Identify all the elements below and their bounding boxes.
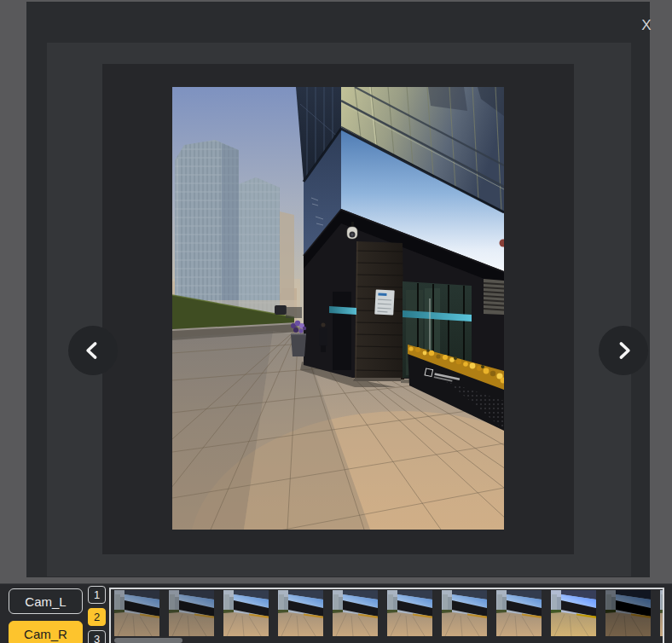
image-frame [102,64,574,554]
camera-select-button[interactable]: Cam_R [9,621,83,643]
thumbnail[interactable] [496,590,542,636]
thumbnail-list [111,589,663,636]
photo-sign-plaque [374,289,394,315]
chevron-right-icon [612,338,634,363]
close-icon[interactable]: X [634,14,659,38]
thumbnail-image [605,590,651,636]
thumbnail[interactable] [169,590,214,636]
camera-select-button[interactable]: Cam_L [9,588,83,614]
page-badge-label: 3 [94,633,100,643]
thumbnail[interactable] [278,590,323,636]
viewer-panel [47,43,631,576]
page-badge[interactable]: 2 [88,608,106,626]
thumbnail-image [169,590,214,636]
thumbnail-image [114,590,159,636]
thumbnail[interactable] [387,590,432,636]
main-photo [172,87,504,530]
thumbnail[interactable] [223,590,269,636]
thumbnail[interactable] [442,590,487,636]
page-badge[interactable]: 3 [88,630,106,643]
strip-scrollbar[interactable] [114,638,182,643]
page-badge-label: 1 [94,588,100,601]
thumbnail-image [496,590,542,636]
chevron-left-icon [82,338,104,363]
page-badge[interactable]: 1 [88,586,106,604]
thumbnail[interactable] [114,590,159,636]
thumbnail-image [333,590,378,636]
thumbnail[interactable] [333,590,378,636]
thumbnail-image [278,590,323,636]
screen: { "lightbox": { "close_label": "X", "ico… [0,0,672,643]
thumbnail[interactable] [660,590,664,636]
thumbnail[interactable] [605,590,651,636]
next-button[interactable] [599,326,648,375]
thumbnail-image [442,590,487,636]
camera-button-label: Cam_L [25,594,66,609]
thumbnail[interactable] [551,590,596,636]
filmstrip-panel: Cam_L Cam_R 1 2 3 [0,583,672,643]
thumbnail-image [660,590,664,636]
page-badge-label: 2 [94,611,100,623]
thumbnail-image [387,590,432,636]
thumbnail-image [223,590,269,636]
prev-button[interactable] [68,326,118,375]
photo-vent-grille [484,279,504,315]
page-badges: 1 2 3 [88,586,106,643]
thumbnail-image [551,590,596,636]
thumbnail-strip [109,588,664,643]
camera-buttons: Cam_L Cam_R [9,588,83,643]
lightbox-modal: X [26,2,650,577]
camera-button-label: Cam_R [24,627,67,641]
